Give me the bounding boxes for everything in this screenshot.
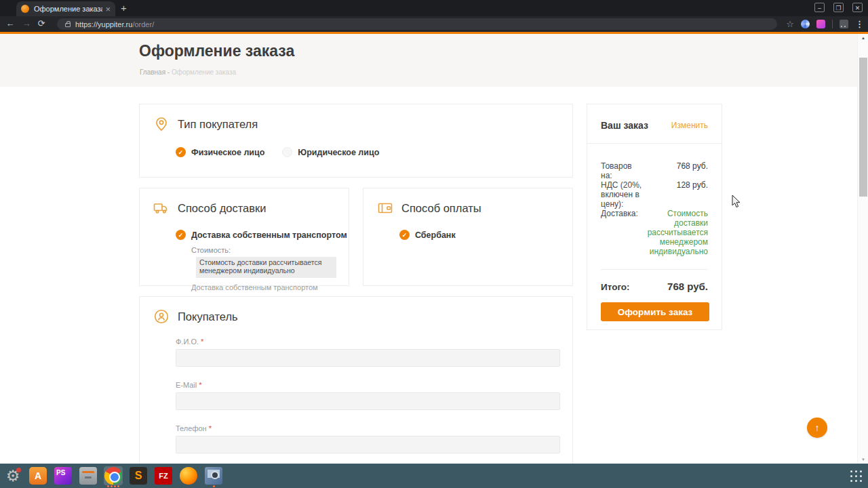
scrollbar-down-icon[interactable]: ▼	[858, 455, 868, 464]
fio-input[interactable]	[176, 349, 560, 367]
running-indicator	[104, 485, 123, 487]
customer-title: Покупатель	[178, 310, 238, 323]
field-email-label-text: E-Mail	[176, 381, 197, 389]
taskbar-app-phpstorm[interactable]: PS	[54, 466, 73, 485]
back-icon[interactable]: ←	[4, 18, 16, 28]
forward-icon[interactable]: →	[20, 18, 33, 28]
breadcrumb-home-link[interactable]: Главная	[140, 68, 165, 76]
radio-individual[interactable]: ✓ Физическое лицо	[176, 147, 264, 157]
reload-icon[interactable]: ⟳	[35, 18, 47, 28]
url-path: /order/	[132, 20, 154, 28]
radio-individual-label: Физическое лицо	[191, 148, 264, 157]
taskbar-app-tweaks[interactable]: ⚙	[3, 466, 22, 485]
breadcrumb-separator: -	[167, 68, 170, 76]
field-email-label: E-Mail *	[176, 381, 559, 389]
delivery-cost-box: Стоимость доставки рассчитывается менедж…	[196, 257, 336, 278]
arrow-up-icon: ↑	[815, 422, 820, 433]
sublime-text-icon: S	[130, 467, 147, 485]
tab-title: Оформление заказа	[34, 5, 102, 13]
required-asterisk: *	[201, 338, 203, 346]
scrollbar-thumb[interactable]	[859, 58, 867, 197]
delivery-title: Способ доставки	[178, 202, 266, 215]
delivery-note: Доставка собственным транспортом	[191, 283, 349, 291]
summary-row-label: Доставка:	[601, 209, 644, 256]
payment-title: Способ оплаты	[401, 202, 481, 215]
mouse-cursor	[732, 195, 741, 209]
payment-options: ✓ Сбербанк	[399, 230, 572, 240]
filezilla-icon: FZ	[155, 467, 172, 485]
extension-pink-icon[interactable]	[816, 20, 825, 28]
taskbar-app-media-player[interactable]	[204, 466, 223, 485]
bookmark-star-icon[interactable]: ☆	[786, 19, 794, 29]
customer-card: Покупатель Ф.И.О. * E-Mail *	[139, 296, 573, 464]
taskbar-app-store[interactable]: A	[28, 466, 47, 485]
taskbar-app-firefox[interactable]	[179, 466, 198, 485]
payment-option-label: Сбербанк	[415, 230, 456, 240]
edit-order-link[interactable]: Изменить	[671, 121, 708, 130]
media-player-icon	[205, 467, 222, 485]
order-summary-head: Ваш заказ Изменить	[587, 104, 722, 144]
page-scrollbar[interactable]: ▲ ▼	[857, 34, 868, 464]
phpstorm-icon: PS	[54, 467, 72, 485]
window-maximize-button[interactable]: ❐	[833, 3, 844, 12]
required-asterisk: *	[199, 381, 201, 389]
taskbar-app-chrome[interactable]	[104, 466, 123, 485]
scrollbar-up-icon[interactable]: ▲	[858, 34, 868, 42]
extension-dark-icon[interactable]	[840, 20, 848, 28]
email-input[interactable]	[176, 392, 560, 410]
buyer-type-title: Тип покупателя	[178, 118, 258, 131]
extension-blue-icon[interactable]	[801, 20, 810, 28]
radio-checked-icon: ✓	[176, 147, 186, 157]
window-controls: – ❐ ✕	[814, 3, 863, 12]
field-fio-label-text: Ф.И.О.	[176, 338, 199, 346]
site-favicon-icon	[21, 5, 29, 13]
field-phone-label: Телефон *	[176, 424, 559, 432]
breadcrumb: Главная - Оформление заказа	[140, 68, 236, 76]
summary-row-value: 128 руб.	[644, 180, 708, 209]
summary-row-label: НДС (20%, включен в цену):	[601, 180, 644, 209]
browser-menu-icon[interactable]: ⋮	[855, 19, 864, 29]
new-tab-button[interactable]: +	[121, 2, 127, 14]
person-icon	[153, 308, 170, 325]
order-summary-title: Ваш заказ	[601, 120, 648, 131]
field-email: E-Mail *	[176, 381, 559, 410]
total-label: Итого:	[601, 282, 630, 292]
window-minimize-button[interactable]: –	[814, 3, 825, 12]
delivery-option-label: Доставка собственным транспортом	[191, 230, 347, 240]
window-close-button[interactable]: ✕	[852, 3, 863, 12]
order-summary-card: Ваш заказ Изменить Товаров на: 768 руб. …	[587, 104, 722, 330]
radio-unchecked-icon	[282, 147, 292, 157]
order-summary-body: Товаров на: 768 руб. НДС (20%, включен в…	[587, 144, 722, 256]
breadcrumb-current: Оформление заказа	[172, 68, 236, 76]
field-fio: Ф.И.О. *	[176, 338, 559, 367]
radio-legal-entity[interactable]: Юридическое лицо	[282, 147, 379, 157]
taskbar-app-sublime[interactable]: S	[129, 466, 148, 485]
webpage: Оформление заказа Главная - Оформление з…	[0, 34, 857, 464]
scroll-to-top-button[interactable]: ↑	[807, 418, 827, 438]
radio-legal-entity-label: Юридическое лицо	[298, 148, 379, 157]
tab-close-icon[interactable]: ×	[105, 5, 111, 14]
phone-input[interactable]	[176, 436, 560, 453]
summary-row-label: Товаров на:	[601, 161, 644, 180]
address-bar[interactable]: https://yuppiter.ru /order/	[57, 18, 777, 30]
show-applications-button[interactable]	[850, 470, 862, 482]
customer-fields: Ф.И.О. * E-Mail * Телефон *	[140, 325, 572, 453]
page-title: Оформление заказа	[139, 42, 294, 60]
taskbar-app-file-manager[interactable]	[79, 466, 98, 485]
map-pin-icon	[153, 116, 170, 132]
browser-tab[interactable]: Оформление заказа ×	[16, 1, 115, 16]
browser-toolbar: ← → ⟳ https://yuppiter.ru /order/ ☆ ⋮	[0, 16, 868, 32]
submit-order-button[interactable]: Оформить заказ	[601, 302, 709, 321]
gear-icon: ⚙	[6, 467, 20, 485]
browser-tabstrip: Оформление заказа × + – ❐ ✕	[0, 0, 868, 16]
taskbar-app-filezilla[interactable]: FZ	[154, 466, 173, 485]
delivery-cost-label: Стоимость:	[191, 246, 349, 254]
customer-head: Покупатель	[140, 297, 572, 325]
radio-sberbank[interactable]: ✓ Сбербанк	[399, 230, 456, 240]
radio-checked-icon: ✓	[399, 230, 410, 240]
file-manager-icon	[79, 467, 97, 485]
total-value: 768 руб.	[667, 281, 708, 292]
radio-delivery-own-transport[interactable]: ✓ Доставка собственным транспортом	[176, 230, 347, 240]
summary-total-row: Итого: 768 руб.	[587, 270, 722, 292]
buyer-type-card: Тип покупателя ✓ Физическое лицо Юридиче…	[139, 104, 573, 178]
